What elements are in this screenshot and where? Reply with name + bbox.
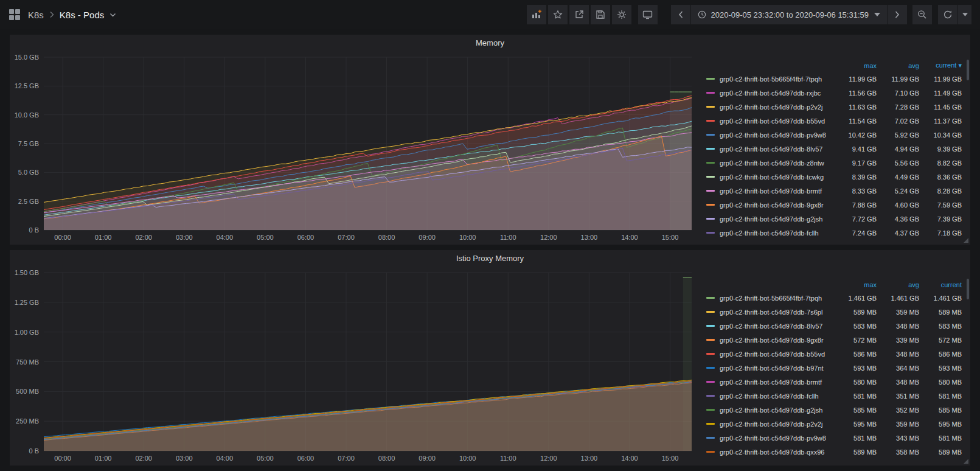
series-name[interactable]: grp0-c2-thrift-bot-c54d97ddb-g2jsh bbox=[720, 215, 834, 223]
panel-resize-handle[interactable] bbox=[964, 459, 968, 464]
series-current-value: 11.49 GB bbox=[919, 89, 962, 97]
series-name[interactable]: grp0-c2-thrift-bot-c54d97ddb-qxx96 bbox=[720, 448, 834, 456]
series-name[interactable]: grp0-c2-thrift-bot-c54d97ddb-b55vd bbox=[720, 351, 834, 358]
series-color-swatch[interactable] bbox=[706, 339, 715, 341]
series-color-swatch[interactable] bbox=[706, 451, 715, 453]
legend-column-header-max[interactable]: max bbox=[834, 281, 877, 288]
series-color-swatch[interactable] bbox=[706, 437, 715, 439]
series-color-swatch[interactable] bbox=[706, 311, 715, 313]
series-color-swatch[interactable] bbox=[706, 190, 715, 192]
time-shift-back-button[interactable] bbox=[671, 5, 690, 24]
x-axis-tick-label: 01:00 bbox=[95, 234, 112, 241]
save-dashboard-button[interactable] bbox=[591, 5, 610, 24]
series-name[interactable]: grp0-c2-thrift-bot-c54d97ddb-fcllh bbox=[720, 229, 834, 237]
series-name[interactable]: grp0-c2-thrift-bot-c54d97ddb-z8ntw bbox=[720, 159, 834, 167]
series-current-value: 1.461 GB bbox=[919, 295, 962, 302]
navbar-left: K8s K8s - Pods bbox=[9, 9, 116, 21]
legend-scrollbar[interactable] bbox=[967, 279, 969, 299]
series-color-swatch[interactable] bbox=[706, 395, 715, 397]
series-name[interactable]: grp0-c2-thrift-bot-c54d97ddb-g2jsh bbox=[720, 406, 834, 414]
series-name[interactable]: grp0-c2-thrift-bot-c54d97ddb-9gx8r bbox=[720, 337, 834, 344]
series-color-swatch[interactable] bbox=[706, 353, 715, 355]
star-dashboard-button[interactable] bbox=[548, 5, 568, 24]
time-shift-forward-button[interactable] bbox=[888, 5, 907, 24]
series-avg-value: 359 MB bbox=[877, 420, 919, 428]
x-axis-tick-label: 05:00 bbox=[257, 234, 274, 241]
series-color-swatch[interactable] bbox=[706, 106, 715, 108]
series-name[interactable]: grp0-c2-thrift-bot-c54d97ddb-b55vd bbox=[720, 117, 834, 125]
series-max-value: 583 MB bbox=[834, 323, 877, 330]
series-avg-value: 348 MB bbox=[877, 323, 919, 330]
add-panel-button[interactable] bbox=[527, 5, 546, 24]
panel-title-istio-proxy-memory[interactable]: Istio Proxy Memory bbox=[10, 250, 970, 267]
series-name[interactable]: grp0-c2-thrift-bot-c54d97ddb-fcllh bbox=[720, 392, 834, 400]
series-color-swatch[interactable] bbox=[706, 162, 715, 164]
series-color-swatch[interactable] bbox=[706, 134, 715, 136]
breadcrumb-folder[interactable]: K8s bbox=[28, 10, 44, 20]
legend-column-header-avg[interactable]: avg bbox=[877, 281, 919, 288]
istio-proxy-memory-chart[interactable]: 0 B250 MB500 MB750 MB1.00 GB1.25 GB1.50 … bbox=[10, 267, 703, 466]
series-name[interactable]: grp0-c2-thrift-bot-c54d97ddb-p2v2j bbox=[720, 103, 834, 111]
series-name[interactable]: grp0-c2-thrift-bot-c54d97ddb-8lv57 bbox=[720, 145, 834, 153]
series-color-swatch[interactable] bbox=[706, 176, 715, 178]
panel-resize-handle[interactable] bbox=[964, 238, 968, 243]
series-color-swatch[interactable] bbox=[706, 325, 715, 327]
series-name[interactable]: grp0-c2-thrift-bot-5b665f4fbf-7tpqh bbox=[720, 295, 834, 302]
series-color-swatch[interactable] bbox=[706, 409, 715, 411]
memory-chart[interactable]: 0 B2.5 GB5.0 GB7.5 GB10.0 GB12.5 GB15.0 … bbox=[10, 51, 703, 245]
cycle-view-mode-button[interactable] bbox=[638, 5, 658, 24]
series-color-swatch[interactable] bbox=[706, 78, 715, 80]
x-axis-tick-label: 13:00 bbox=[581, 234, 598, 241]
series-color-swatch[interactable] bbox=[706, 232, 715, 234]
series-name[interactable]: grp0-c2-thrift-bot-5b665f4fbf-7tpqh bbox=[720, 75, 834, 83]
share-dashboard-button[interactable] bbox=[569, 5, 589, 24]
series-name[interactable]: grp0-c2-thrift-bot-c54d97ddb-9gx8r bbox=[720, 201, 834, 209]
series-name[interactable]: grp0-c2-thrift-bot-c54d97ddb-p2v2j bbox=[720, 420, 834, 428]
zoom-out-time-button[interactable] bbox=[912, 5, 932, 24]
series-name[interactable]: grp0-c2-thrift-bot-c54d97ddb-pv9w8 bbox=[720, 434, 834, 442]
legend-row: grp0-c2-thrift-bot-c54d97ddb-fcllh581 MB… bbox=[703, 389, 970, 403]
series-name[interactable]: grp0-c2-thrift-bot-c54d97ddb-brmtf bbox=[720, 379, 834, 386]
series-name[interactable]: grp0-c2-thrift-bot-c54d97ddb-brmtf bbox=[720, 187, 834, 195]
series-name[interactable]: grp0-c2-thrift-bot-c54d97ddb-pv9w8 bbox=[720, 131, 834, 139]
series-name[interactable]: grp0-c2-thrift-bot-c54d97ddb-tcwkg bbox=[720, 173, 834, 181]
legend-column-header-max[interactable]: max bbox=[834, 62, 877, 69]
series-current-value: 586 MB bbox=[919, 351, 962, 358]
series-name[interactable]: grp0-c2-thrift-bot-c54d97ddb-8lv57 bbox=[720, 323, 834, 330]
legend-column-header-current[interactable]: current ▾ bbox=[919, 61, 962, 69]
refresh-interval-dropdown[interactable] bbox=[958, 5, 971, 24]
series-color-swatch[interactable] bbox=[706, 92, 715, 94]
series-color-swatch[interactable] bbox=[706, 218, 715, 220]
legend-row: grp0-c2-thrift-bot-5b665f4fbf-7tpqh1.461… bbox=[703, 291, 970, 305]
series-color-swatch[interactable] bbox=[706, 148, 715, 150]
series-current-value: 581 MB bbox=[919, 392, 962, 400]
series-max-value: 11.54 GB bbox=[834, 117, 877, 125]
clock-icon bbox=[698, 10, 706, 19]
series-color-swatch[interactable] bbox=[706, 367, 715, 369]
panel-title-memory[interactable]: Memory bbox=[10, 35, 970, 51]
dashboard-dropdown-caret-icon[interactable] bbox=[109, 13, 116, 17]
legend-scrollbar[interactable] bbox=[967, 60, 969, 80]
series-name[interactable]: grp0-c2-thrift-bot-c54d97ddb-7s6pl bbox=[720, 309, 834, 316]
series-color-swatch[interactable] bbox=[706, 423, 715, 425]
legend-row: grp0-c2-thrift-bot-c54d97ddb-b97nt593 MB… bbox=[703, 361, 970, 375]
x-axis-tick-label: 05:00 bbox=[257, 455, 274, 462]
y-axis-tick-label: 2.5 GB bbox=[18, 198, 39, 205]
series-avg-value: 358 MB bbox=[877, 448, 919, 456]
refresh-dashboard-button[interactable] bbox=[938, 5, 957, 24]
time-range-picker-button[interactable]: 2020-09-05 23:32:00 to 2020-09-06 15:31:… bbox=[691, 5, 888, 24]
series-color-swatch[interactable] bbox=[706, 297, 715, 299]
legend-column-header-current[interactable]: current bbox=[919, 281, 962, 288]
series-color-swatch[interactable] bbox=[706, 204, 715, 206]
series-color-swatch[interactable] bbox=[706, 120, 715, 122]
dashboard-title[interactable]: K8s - Pods bbox=[60, 10, 104, 20]
series-name[interactable]: grp0-c2-thrift-bot-c54d97ddb-b97nt bbox=[720, 365, 834, 372]
dashboard-settings-button[interactable] bbox=[612, 5, 631, 24]
series-avg-value: 4.94 GB bbox=[877, 145, 919, 153]
series-avg-value: 352 MB bbox=[877, 406, 919, 414]
legend-column-header-avg[interactable]: avg bbox=[877, 62, 919, 69]
series-color-swatch[interactable] bbox=[706, 381, 715, 383]
series-current-value: 585 MB bbox=[919, 406, 962, 414]
series-name[interactable]: grp0-c2-thrift-bot-c54d97ddb-rxjbc bbox=[720, 89, 834, 97]
dashboards-grid-icon[interactable] bbox=[9, 9, 21, 21]
